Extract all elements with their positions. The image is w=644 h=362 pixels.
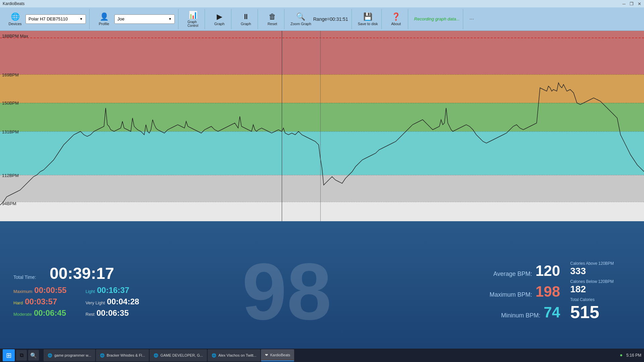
- app3-label: GAME DEVELOPER, G...: [160, 353, 203, 357]
- calories-above-value: 333: [570, 266, 631, 277]
- max-bpm-label: Maximum BPM:: [490, 291, 532, 298]
- dropdown-arrow: ▼: [79, 17, 83, 21]
- devices-button[interactable]: 🌐 Devices: [7, 12, 23, 26]
- light-value: 00:16:37: [97, 286, 129, 295]
- zoom-button[interactable]: 🔍 Zoom Graph: [290, 12, 311, 26]
- rest-label: Rest: [86, 312, 95, 317]
- recording-section: Recording graph data...: [411, 9, 464, 29]
- very-light-label: Very Light: [86, 300, 105, 305]
- rest-row: Rest 00:06:35: [86, 308, 148, 318]
- moderate-label: Moderate: [13, 312, 32, 317]
- task-view-icon[interactable]: ⧉: [16, 350, 27, 361]
- save-button[interactable]: 💾 Save to disk: [358, 12, 378, 26]
- min-bpm-row: Mininum BPM: 74: [501, 304, 560, 321]
- heart-rate-line: [0, 83, 644, 205]
- very-light-value: 00:04:28: [107, 297, 139, 306]
- start-button[interactable]: ⊞: [3, 349, 15, 361]
- taskbar-app-2[interactable]: 🌐 Bracker Whistles & Fl...: [96, 349, 149, 361]
- pause-icon: ⏸: [242, 12, 250, 21]
- taskbar-running-apps: 🌐 game programmer w... 🌐 Bracker Whistle…: [40, 349, 619, 361]
- profile-section: 👤 Profile Joe ▼: [92, 9, 178, 29]
- calories-below-row: Calones Below 120BPM 182: [570, 279, 631, 295]
- app2-icon: 🌐: [100, 353, 105, 358]
- app3-icon: 🌐: [154, 353, 158, 358]
- taskbar-app-3[interactable]: 🌐 GAME DEVELOPER, G...: [150, 349, 207, 361]
- zoom-section: 🔍 Zoom Graph Range=00:31:51: [287, 9, 352, 29]
- total-calories-label: Total Calories: [570, 297, 631, 302]
- taskbar-app-1[interactable]: 🌐 game programmer w...: [44, 349, 95, 361]
- graph-play-section: ▶ Graph: [208, 9, 231, 29]
- graph-control-icon: 📊: [189, 11, 198, 19]
- rest-value: 00:06:35: [97, 308, 129, 318]
- profile-dropdown[interactable]: Joe ▼: [114, 14, 175, 24]
- app1-label: game programmer w...: [54, 353, 91, 357]
- play-icon: ▶: [217, 12, 222, 21]
- calories-below-value: 182: [570, 284, 631, 295]
- calories-column: Calories Above 120BPM 333 Calones Below …: [570, 261, 631, 322]
- stats-right: Average BPM: 120 Maximum BPM: 198 Mininu…: [426, 262, 560, 321]
- save-section: 💾 Save to disk: [355, 9, 382, 29]
- cursor-line2: [320, 31, 321, 221]
- graph-pause-button[interactable]: ⏸ Graph: [237, 12, 254, 26]
- total-calories-value: 515: [570, 302, 631, 322]
- avg-bpm-label: Average BPM:: [493, 270, 532, 278]
- zoom-icon: 🔍: [296, 12, 305, 21]
- dropdown-arrow2: ▼: [168, 17, 172, 21]
- about-section: ❓ About: [384, 9, 408, 29]
- total-calories-row: Total Calories 515: [570, 297, 631, 322]
- graph-control-button[interactable]: 📊 GraphControl: [184, 11, 201, 27]
- stats-left: Total Time: 00:39:17 Maximum 00:00:55 Li…: [13, 265, 148, 318]
- taskbar-app-4[interactable]: 🌐 Alex Vlachos on Twitt...: [208, 349, 261, 361]
- app1-icon: 🌐: [48, 353, 52, 358]
- maximum-label: Maximum: [13, 289, 32, 294]
- app-title: KardioBeats: [3, 1, 24, 6]
- min-bpm-value: 74: [544, 304, 560, 321]
- calories-below-label: Calones Below 120BPM: [570, 279, 631, 284]
- taskbar-app-5[interactable]: ❤ KardioBeats: [261, 349, 294, 361]
- heart-rate-graph: [0, 31, 644, 221]
- current-bpm-display: 98: [148, 251, 426, 332]
- total-time-row: Total Time: 00:39:17: [13, 265, 148, 282]
- restore-button[interactable]: ❐: [630, 1, 634, 6]
- moderate-value: 00:06:45: [34, 308, 66, 318]
- light-label: Light: [86, 289, 95, 294]
- save-icon: 💾: [363, 12, 372, 21]
- cursor-line: [282, 31, 282, 221]
- current-bpm-value: 98: [242, 251, 332, 332]
- profile-button[interactable]: 👤 Profile: [96, 12, 112, 26]
- moderate-row: Moderate 00:06:45: [13, 308, 75, 318]
- reset-section: 🗑 Reset: [261, 9, 284, 29]
- zone-times: Maximum 00:00:55 Light 00:16:37 Hard 00:…: [13, 286, 148, 318]
- network-icon: [620, 354, 622, 356]
- search-icon[interactable]: 🔍: [28, 350, 39, 361]
- min-bpm-label: Mininum BPM:: [501, 312, 540, 319]
- window-controls: ─ ❐ ✕: [623, 1, 641, 6]
- calories-above-row: Calories Above 120BPM 333: [570, 261, 631, 277]
- maximum-row: Maximum 00:00:55: [13, 286, 75, 295]
- graph-play-button[interactable]: ▶ Graph: [211, 12, 228, 26]
- taskbar-right: 5:16 PM: [620, 353, 641, 358]
- about-button[interactable]: ❓ About: [388, 12, 405, 26]
- reset-button[interactable]: 🗑 Reset: [264, 12, 281, 26]
- very-light-row: Very Light 00:04:28: [86, 297, 148, 306]
- avg-bpm-row: Average BPM: 120: [493, 262, 560, 279]
- range-display: Range=00:31:51: [313, 16, 348, 22]
- toolbar: 🌐 Devices Polar H7 DEB75110 ▼ 👤 Profile …: [0, 7, 644, 31]
- hard-label: Hard: [13, 300, 23, 305]
- graph-control-section: 📊 GraphControl: [181, 9, 205, 29]
- taskbar: ⊞ ⧉ 🔍 🌐 game programmer w... 🌐 Bracker W…: [0, 349, 644, 362]
- graph-area[interactable]: 188BPM Max 169BPM 150BPM 131BPM 112BPM 9…: [0, 31, 644, 221]
- more-options-icon[interactable]: ···: [469, 16, 474, 22]
- max-bpm-value: 198: [536, 283, 560, 300]
- taskbar-quick-launch: ⧉ 🔍: [16, 350, 39, 361]
- clock: 5:16 PM: [626, 353, 641, 358]
- hard-value: 00:03:57: [25, 297, 57, 306]
- graph-pause-section: ⏸ Graph: [234, 9, 258, 29]
- minimize-button[interactable]: ─: [623, 1, 626, 6]
- avg-bpm-value: 120: [536, 262, 560, 279]
- close-button[interactable]: ✕: [638, 1, 641, 6]
- app4-icon: 🌐: [212, 353, 216, 358]
- device-dropdown[interactable]: Polar H7 DEB75110 ▼: [25, 14, 86, 24]
- titlebar: KardioBeats ─ ❐ ✕: [0, 0, 644, 7]
- about-icon: ❓: [391, 12, 400, 21]
